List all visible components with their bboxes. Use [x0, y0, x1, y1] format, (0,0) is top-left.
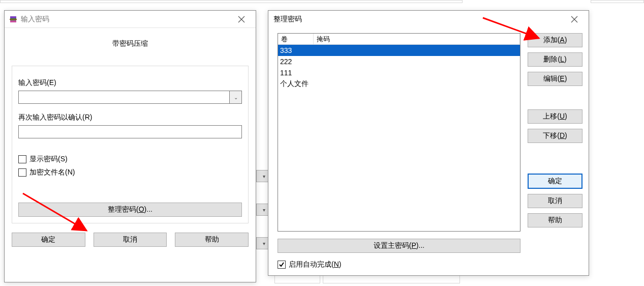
enter-password-titlebar: 输入密码 [5, 11, 256, 28]
list-body[interactable]: 333222111个人文件 [278, 45, 520, 231]
list-cell-volume: 个人文件 [279, 79, 316, 89]
svg-rect-2 [10, 20, 16, 22]
encrypt-filenames-label: 加密文件名(N) [29, 168, 75, 177]
list-header: 卷 掩码 [278, 34, 520, 45]
cancel-button[interactable]: 取消 [528, 194, 582, 208]
help-button[interactable]: 帮助 [528, 213, 582, 227]
chevron-down-icon: ⌄ [234, 95, 238, 100]
help-button[interactable]: 帮助 [175, 233, 249, 247]
ok-button[interactable]: 确定 [12, 233, 85, 247]
winrar-icon [9, 15, 18, 24]
section-title: 带密码压缩 [12, 39, 249, 48]
manage-passwords-title: 整理密码 [273, 15, 302, 24]
list-row[interactable]: 个人文件 [278, 78, 520, 90]
chevron-down-icon: ▾ [263, 207, 265, 213]
add-button[interactable]: 添加(A) [528, 33, 582, 47]
password-list[interactable]: 卷 掩码 333222111个人文件 [278, 33, 520, 232]
organize-label-prefix: 整理密码( [108, 205, 139, 213]
manage-passwords-titlebar: 整理密码 [268, 11, 589, 28]
show-password-label: 显示密码(S) [29, 155, 68, 164]
chevron-down-icon: ▾ [263, 174, 265, 179]
chevron-down-icon: ▾ [263, 241, 265, 246]
password-list-panel: 卷 掩码 333222111个人文件 设置主密码(P)... 启用自动完成(N) [278, 33, 520, 269]
close-button[interactable] [231, 11, 252, 27]
cancel-button[interactable]: 取消 [94, 233, 167, 247]
confirm-password-field[interactable] [18, 125, 242, 138]
password-group: 输入密码(E) ⌄ 再次输入密码以确认(R) 显示密码(S) 加密文件名(N) [12, 66, 249, 223]
list-row[interactable]: 222 [278, 56, 520, 67]
encrypt-filenames-checkbox[interactable]: 加密文件名(N) [18, 168, 242, 177]
delete-button[interactable]: 删除(L) [528, 52, 582, 67]
organize-label-key: O [139, 205, 144, 213]
enable-autocomplete-checkbox[interactable]: 启用自动完成(N) [278, 260, 520, 269]
move-down-button[interactable]: 下移(D) [528, 129, 582, 143]
bg-window-top [0, 0, 463, 3]
edit-button[interactable]: 编辑(E) [528, 72, 582, 86]
col-volume[interactable]: 卷 [278, 34, 314, 44]
enter-password-dialog: 输入密码 带密码压缩 输入密码(E) ⌄ 再次输入密码以确认(R) 显示密码(S… [4, 10, 256, 282]
organize-label-suffix: )... [144, 205, 152, 213]
checkbox-box [18, 168, 26, 177]
close-button[interactable] [564, 11, 585, 28]
checkbox-box [18, 155, 26, 163]
confirm-password-label: 再次输入密码以确认(R) [18, 113, 242, 122]
enter-password-label: 输入密码(E) [18, 78, 242, 88]
list-cell-volume: 111 [279, 69, 316, 77]
enter-password-title: 输入密码 [21, 15, 49, 24]
bg-window-topright [591, 0, 644, 3]
password-dropdown-button[interactable]: ⌄ [229, 91, 241, 103]
confirm-password-input[interactable] [22, 126, 238, 138]
password-input[interactable] [19, 91, 229, 103]
ok-button[interactable]: 确定 [528, 174, 582, 189]
move-up-button[interactable]: 上移(U) [528, 109, 582, 124]
list-cell-volume: 222 [279, 58, 316, 66]
action-button-column: 添加(A) 删除(L) 编辑(E) 上移(U) 下移(D) 确定 取消 帮助 [528, 33, 582, 269]
list-row[interactable]: 111 [278, 67, 520, 78]
col-mask[interactable]: 掩码 [314, 34, 520, 44]
show-password-checkbox[interactable]: 显示密码(S) [18, 155, 242, 164]
organize-passwords-button[interactable]: 整理密码(O)... [18, 203, 242, 217]
svg-rect-3 [10, 19, 17, 20]
list-cell-volume: 333 [279, 46, 316, 54]
list-row[interactable]: 333 [278, 45, 520, 56]
manage-passwords-dialog: 整理密码 卷 掩码 333222111个人文件 设置主密码(P)... [268, 10, 589, 276]
set-master-password-button[interactable]: 设置主密码(P)... [278, 239, 520, 253]
svg-rect-0 [10, 16, 16, 18]
dialog-button-row: 确定 取消 帮助 [12, 233, 249, 247]
password-combo[interactable]: ⌄ [18, 91, 242, 104]
checkbox-box-checked [278, 261, 286, 269]
